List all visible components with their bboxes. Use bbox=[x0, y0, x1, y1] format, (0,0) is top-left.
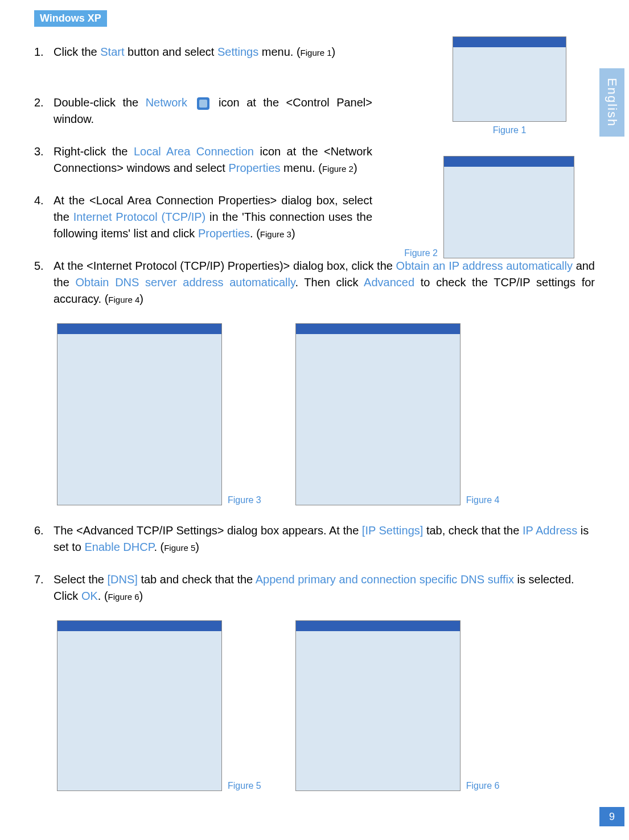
text: menu. ( bbox=[281, 162, 322, 174]
text: button and select bbox=[125, 46, 217, 58]
step-7-text: Select the [DNS] tab and check that the … bbox=[54, 571, 595, 604]
highlight-properties: Properties bbox=[228, 162, 280, 174]
text: . Then click bbox=[295, 276, 364, 289]
highlight-ip-settings: [IP Settings] bbox=[362, 524, 423, 537]
figure-3-label: Figure 3 bbox=[228, 495, 261, 505]
step-3-text: Right-click the Local Area Connection ic… bbox=[54, 143, 372, 176]
text: The <Advanced TCP/IP Settings> dialog bo… bbox=[54, 524, 362, 537]
highlight-network: Network bbox=[146, 96, 187, 109]
text: Right-click the bbox=[54, 145, 134, 158]
figure-2-image bbox=[443, 156, 574, 258]
language-tab: English bbox=[599, 68, 624, 137]
step-number: 5. bbox=[34, 258, 54, 307]
figure-5-image bbox=[57, 620, 222, 791]
step-2-text: Double-click the Network icon at the <Co… bbox=[54, 94, 372, 127]
highlight-obtain-ip: Obtain an IP address automatically bbox=[396, 260, 573, 272]
highlight-lac: Local Area Connection bbox=[134, 145, 254, 158]
highlight-enable-dhcp: Enable DHCP bbox=[84, 541, 154, 553]
text: . ( bbox=[250, 227, 260, 240]
figure-1-label: Figure 1 bbox=[493, 125, 527, 135]
figure-4-image bbox=[295, 323, 461, 505]
text: ) bbox=[353, 162, 357, 174]
figure-ref: Figure 2 bbox=[322, 164, 353, 174]
figure-6-label: Figure 6 bbox=[466, 781, 500, 791]
language-tab-label: English bbox=[605, 78, 619, 127]
figure-1-block: Figure 1 bbox=[453, 36, 566, 135]
figure-ref: Figure 4 bbox=[108, 295, 139, 304]
highlight-properties: Properties bbox=[198, 227, 250, 240]
page-number: 9 bbox=[599, 807, 624, 826]
text: tab, check that the bbox=[423, 524, 523, 537]
highlight-ok: OK bbox=[81, 590, 98, 602]
step-6-text: The <Advanced TCP/IP Settings> dialog bo… bbox=[54, 522, 595, 555]
figure-ref: Figure 1 bbox=[301, 48, 332, 57]
step-4-text: At the <Local Area Connection Properties… bbox=[54, 192, 372, 242]
text: Select the bbox=[54, 573, 108, 586]
text: menu. ( bbox=[258, 46, 300, 58]
text: ) bbox=[139, 590, 143, 602]
text: . ( bbox=[154, 541, 164, 553]
figure-6-image bbox=[295, 620, 461, 791]
text: ) bbox=[195, 541, 199, 553]
highlight-dns-tab: [DNS] bbox=[108, 573, 138, 586]
text: ) bbox=[332, 46, 336, 58]
figure-ref: Figure 5 bbox=[164, 543, 195, 553]
highlight-append-dns: Append primary and connection specific D… bbox=[256, 573, 514, 586]
network-icon bbox=[197, 97, 209, 110]
figure-5-label: Figure 5 bbox=[228, 781, 261, 791]
step-number: 4. bbox=[34, 192, 54, 242]
highlight-settings: Settings bbox=[217, 46, 258, 58]
text: Double-click the bbox=[54, 96, 146, 109]
text: tab and check that the bbox=[138, 573, 256, 586]
step-5-text: At the <Internet Protocol (TCP/IP) Prope… bbox=[54, 258, 595, 307]
figure-2-label: Figure 2 bbox=[404, 248, 438, 258]
step-number: 2. bbox=[34, 94, 54, 127]
figure-ref: Figure 3 bbox=[260, 229, 291, 239]
text: Click the bbox=[54, 46, 100, 58]
text: At the <Internet Protocol (TCP/IP) Prope… bbox=[54, 260, 396, 272]
step-number: 6. bbox=[34, 522, 54, 555]
figure-1-image bbox=[453, 36, 566, 122]
highlight-tcpip: Internet Protocol (TCP/IP) bbox=[73, 211, 206, 223]
figure-ref: Figure 6 bbox=[108, 592, 139, 602]
section-badge: Windows XP bbox=[34, 10, 107, 27]
highlight-advanced: Advanced bbox=[364, 276, 414, 289]
highlight-start: Start bbox=[100, 46, 124, 58]
step-number: 7. bbox=[34, 571, 54, 604]
text: . ( bbox=[98, 590, 108, 602]
step-number: 3. bbox=[34, 143, 54, 176]
text: ) bbox=[139, 293, 143, 305]
text: ) bbox=[291, 227, 295, 240]
highlight-obtain-dns: Obtain DNS server address automatically bbox=[76, 276, 295, 289]
step-1-text: Click the Start button and select Settin… bbox=[54, 44, 372, 60]
figure-4-label: Figure 4 bbox=[466, 495, 500, 505]
step-number: 1. bbox=[34, 44, 54, 60]
highlight-ip-address: IP Address bbox=[523, 524, 577, 537]
figure-3-image bbox=[57, 323, 222, 505]
